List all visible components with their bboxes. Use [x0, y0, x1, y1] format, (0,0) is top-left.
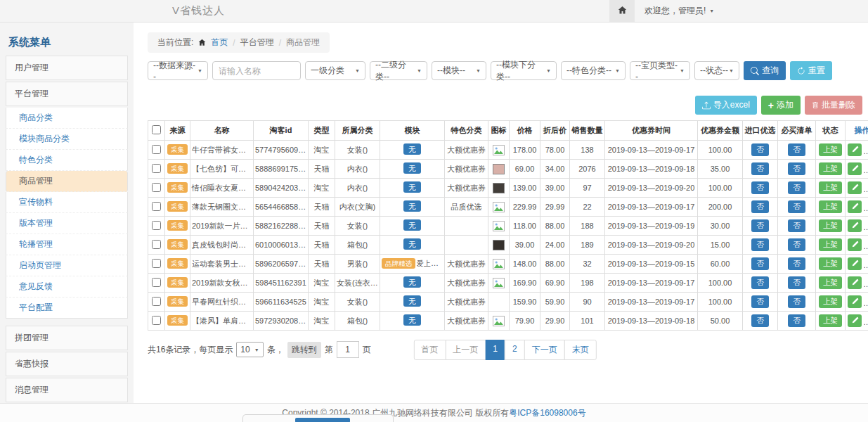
operations-cell	[846, 179, 868, 198]
source-cell: 采集	[165, 293, 190, 312]
sidebar-item-13[interactable]: 拼团管理	[6, 326, 128, 350]
must-buy-toggle[interactable]: 否	[788, 257, 805, 270]
must-buy-toggle[interactable]: 否	[788, 219, 805, 232]
status-button[interactable]: 上架	[819, 295, 842, 308]
row-checkbox[interactable]	[152, 259, 161, 268]
must-buy-toggle[interactable]: 否	[788, 295, 805, 308]
row-checkbox[interactable]	[152, 183, 161, 192]
reset-button[interactable]: 重置	[790, 61, 832, 80]
level2-category-select[interactable]: --二级分类--▼	[370, 61, 427, 80]
data-source-select[interactable]: --数据来源--▼	[148, 61, 208, 80]
row-checkbox[interactable]	[152, 316, 161, 325]
page-1-button[interactable]: 1	[485, 340, 505, 360]
sidebar-item-8[interactable]: 版本管理	[6, 213, 128, 234]
operations-cell	[846, 217, 868, 236]
status-button[interactable]: 上架	[819, 181, 842, 194]
import-optional-toggle[interactable]: 否	[751, 276, 769, 289]
item-type-select[interactable]: --宝贝类型--▼	[630, 61, 690, 80]
import-optional-toggle[interactable]: 否	[751, 257, 769, 270]
import-optional-toggle[interactable]: 否	[751, 295, 769, 308]
must-buy-toggle[interactable]: 否	[788, 314, 805, 327]
status-button[interactable]: 上架	[819, 314, 842, 327]
sidebar-item-3[interactable]: 商品分类	[6, 108, 128, 129]
row-checkbox-cell	[148, 179, 165, 198]
jump-page-input[interactable]	[337, 341, 359, 358]
status-button[interactable]: 上架	[819, 257, 842, 270]
sidebar-item-1[interactable]: 用户管理	[6, 56, 128, 80]
sidebar-item-9[interactable]: 轮播管理	[6, 234, 128, 255]
must-buy-toggle[interactable]: 否	[788, 162, 805, 175]
row-checkbox[interactable]	[152, 240, 161, 249]
must-buy-toggle[interactable]: 否	[788, 181, 805, 194]
module-sub-category-select[interactable]: --模块下分类--▼	[491, 61, 557, 80]
import-optional-toggle[interactable]: 否	[751, 314, 769, 327]
status-button[interactable]: 上架	[819, 238, 842, 251]
edit-button[interactable]	[848, 238, 862, 251]
must-buy-toggle[interactable]: 否	[788, 238, 805, 251]
edit-button[interactable]	[848, 181, 862, 194]
edit-button[interactable]	[848, 200, 862, 213]
last-page-button[interactable]: 末页	[564, 340, 597, 360]
sidebar-item-10[interactable]: 启动页管理	[6, 255, 128, 276]
user-menu[interactable]: 欢迎您，管理员! ▼	[635, 5, 714, 17]
import-excel-button[interactable]: 导入excel	[695, 96, 757, 115]
first-page-button[interactable]: 首页	[413, 340, 446, 360]
import-optional-toggle[interactable]: 否	[751, 143, 769, 156]
sidebar-item-5[interactable]: 特色分类	[6, 150, 128, 171]
sidebar-item-15[interactable]: 消息管理	[6, 378, 128, 402]
query-button[interactable]: 查询	[744, 61, 786, 80]
import-optional-toggle[interactable]: 否	[751, 162, 769, 175]
row-checkbox[interactable]	[152, 145, 161, 154]
edit-button[interactable]	[848, 219, 862, 232]
status-button[interactable]: 上架	[819, 200, 842, 213]
per-page-select[interactable]: 10 ▼	[236, 342, 263, 357]
name-input[interactable]	[212, 61, 301, 80]
batch-delete-button[interactable]: 批量删除	[805, 96, 862, 115]
edit-button[interactable]	[848, 162, 862, 175]
edit-button[interactable]	[848, 257, 862, 270]
icp-link[interactable]: 粤ICP备16098006号	[509, 407, 585, 419]
select-all-checkbox[interactable]	[152, 125, 161, 134]
import-optional-toggle[interactable]: 否	[751, 200, 769, 213]
sidebar-item-6[interactable]: 商品管理	[6, 171, 128, 192]
row-checkbox[interactable]	[152, 221, 161, 230]
import-optional-toggle[interactable]: 否	[751, 238, 769, 251]
row-checkbox[interactable]	[152, 164, 161, 173]
jump-button[interactable]: 跳转到	[287, 342, 321, 358]
sidebar-item-14[interactable]: 省惠快报	[6, 352, 128, 376]
status-button[interactable]: 上架	[819, 143, 842, 156]
page-2-button[interactable]: 2	[505, 340, 525, 360]
add-button[interactable]: + 添加	[761, 96, 801, 115]
sidebar-item-4[interactable]: 模块商品分类	[6, 129, 128, 150]
prev-page-button[interactable]: 上一页	[445, 340, 486, 360]
edit-button[interactable]	[848, 143, 862, 156]
sidebar-item-2[interactable]: 平台管理	[6, 82, 128, 106]
level1-category-select[interactable]: 一级分类▼	[305, 61, 365, 80]
feature-category-cell: 大额优惠券	[445, 160, 488, 179]
import-optional-toggle[interactable]: 否	[751, 219, 769, 232]
must-buy-toggle[interactable]: 否	[788, 276, 805, 289]
import-optional-toggle[interactable]: 否	[751, 181, 769, 194]
status-button[interactable]: 上架	[819, 162, 842, 175]
row-checkbox[interactable]	[152, 278, 161, 287]
next-page-button[interactable]: 下一页	[524, 340, 565, 360]
row-checkbox[interactable]	[152, 297, 161, 306]
jump-prefix: 第	[325, 344, 333, 356]
home-button[interactable]	[609, 0, 635, 22]
status-button[interactable]: 上架	[819, 276, 842, 289]
feature-category-select[interactable]: --特色分类--▼	[561, 61, 626, 80]
row-checkbox[interactable]	[152, 202, 161, 211]
module-select[interactable]: --模块--▼	[432, 61, 486, 80]
module-badge: 无	[403, 162, 421, 174]
sidebar-item-12[interactable]: 平台配置	[6, 298, 128, 319]
edit-button[interactable]	[848, 314, 862, 327]
sidebar-item-11[interactable]: 意见反馈	[6, 276, 128, 298]
must-buy-toggle[interactable]: 否	[788, 143, 805, 156]
breadcrumb-home-link[interactable]: 首页	[211, 37, 228, 49]
edit-button[interactable]	[848, 295, 862, 308]
status-button[interactable]: 上架	[819, 219, 842, 232]
sidebar-item-7[interactable]: 宣传物料	[6, 192, 128, 213]
must-buy-toggle[interactable]: 否	[788, 200, 805, 213]
edit-button[interactable]	[848, 276, 862, 289]
status-select[interactable]: --状态--▼	[694, 61, 739, 80]
